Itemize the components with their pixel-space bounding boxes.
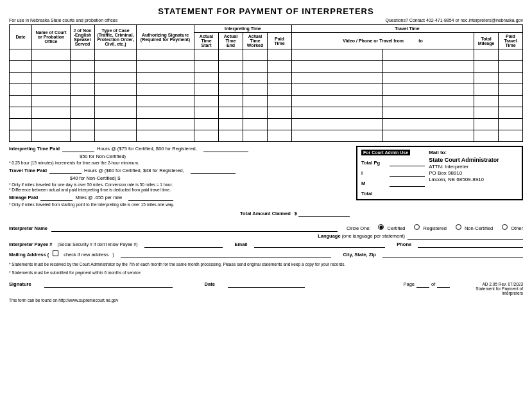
- m-field[interactable]: [390, 180, 425, 187]
- col-court: Name of Court or Probation Office: [32, 25, 71, 49]
- col-auth-sig: Authorizing Signature (Required for Paym…: [137, 25, 194, 49]
- note2: * Statements must be submitted for payme…: [9, 270, 523, 275]
- footer-url: This form can be found on http://www.sup…: [9, 298, 118, 302]
- mileage-dollar-field[interactable]: [128, 195, 173, 201]
- travel-dollar-field[interactable]: [191, 168, 236, 174]
- i-field[interactable]: [390, 170, 425, 177]
- city-field[interactable]: [382, 252, 523, 258]
- page-number[interactable]: [416, 281, 429, 288]
- page-label: Page: [404, 281, 415, 287]
- payee-field[interactable]: [144, 241, 223, 248]
- col-date: Date: [10, 25, 32, 49]
- interp-time-field[interactable]: [62, 146, 94, 152]
- sig-label: Signature: [9, 281, 31, 287]
- mailing-checkbox-label: check if new address: [64, 252, 108, 258]
- page-title: STATEMENT FOR PAYMENT OF INTERPRETERS: [9, 6, 523, 16]
- total-dollar: $: [295, 211, 297, 216]
- admin-attn: ATTN: Interpreter: [429, 164, 518, 170]
- certified-radio[interactable]: [378, 224, 384, 230]
- new-address-checkbox[interactable]: [53, 250, 58, 256]
- table-row: [10, 119, 523, 130]
- mileage-note: * Only if miles traveled from starting p…: [9, 202, 350, 207]
- interp-note: * 0.25 hour (15 minutes) increments for …: [9, 161, 350, 165]
- travel-time-field[interactable]: [49, 168, 82, 174]
- of-label: of: [431, 281, 435, 287]
- phone-field[interactable]: [418, 241, 523, 248]
- date-field[interactable]: [228, 281, 305, 288]
- col-actual-end: Actual Time End: [219, 33, 243, 49]
- mileage-field[interactable]: [40, 195, 73, 201]
- payee-sub: (Social Security # if don't know Payee #…: [58, 242, 138, 247]
- interp-name-field[interactable]: [51, 225, 338, 232]
- note1: * Statements must be received by the Cou…: [9, 262, 523, 267]
- travel-time-group: Travel Time: [292, 25, 523, 33]
- admin-addr1: PO Box 98910: [429, 170, 518, 176]
- email-field[interactable]: [254, 241, 386, 248]
- col-video-phone: Video / Phone or Travel from to: [292, 33, 474, 49]
- mailing-field[interactable]: [121, 252, 332, 258]
- mailing-close: ): [112, 252, 114, 258]
- form-number: AD 2.05 Rev. 07/2023: [476, 282, 523, 286]
- col-total-mileage: Total Mileage: [474, 33, 499, 49]
- interp-dollar-field[interactable]: [203, 146, 248, 152]
- total-admin-label: Total: [361, 191, 372, 197]
- certified-option[interactable]: Certified: [378, 224, 405, 231]
- table-row: [10, 130, 523, 142]
- header-left: For use in Nebraska State courts and pro…: [9, 18, 117, 22]
- col-type-case: Type of Case (Traffic, Criminal, Protect…: [95, 25, 137, 49]
- non-certified-option[interactable]: Non-Certified: [456, 224, 493, 231]
- form-title2: Interpreters: [476, 291, 523, 295]
- col-non-english: # of Non -English Speaker Served: [71, 25, 95, 49]
- header-right: Questions? Contact 402-471-8854 or nsc.i…: [385, 18, 523, 22]
- mail-to-label: Mail to:: [429, 150, 518, 155]
- email-label: Email: [234, 241, 247, 247]
- table-row: [10, 107, 523, 119]
- form-title1: Statement for Payment of: [476, 286, 523, 291]
- col-actual-start: Actual Time Start: [194, 33, 219, 49]
- interp-name-label: Interpreter Name: [9, 225, 47, 231]
- i-label: I: [361, 170, 387, 176]
- interp-time-rate2: $50 for Non-Certified): [80, 153, 126, 159]
- registered-option[interactable]: Registered: [414, 224, 446, 231]
- interp-time-label: Interpreting Time Paid: [9, 146, 60, 152]
- registered-radio[interactable]: [414, 224, 420, 230]
- table-row: [10, 84, 523, 96]
- mailing-label: Mailing Address (: [9, 252, 49, 258]
- m-label: M: [361, 180, 387, 186]
- city-label: City, State, Zip: [343, 252, 376, 258]
- mileage-label: Mileage Paid: [9, 195, 38, 200]
- language-sub: (one language per statement): [342, 233, 405, 240]
- other-radio[interactable]: [502, 224, 508, 230]
- table-row: [10, 49, 523, 61]
- circle-label: Circle One:: [347, 225, 371, 231]
- table-row: [10, 61, 523, 73]
- col-actual-worked: Actual Time Worked: [243, 33, 268, 49]
- total-field[interactable]: [298, 211, 350, 217]
- admin-addr2: Lincoln, NE 68509-8910: [429, 177, 518, 182]
- col-paid-time: Paid Time: [268, 33, 292, 49]
- table-row: [10, 73, 523, 84]
- total-label: Total Amount Claimed: [240, 211, 291, 216]
- non-certified-radio[interactable]: [456, 224, 461, 230]
- sig-field[interactable]: [44, 281, 173, 288]
- page-total[interactable]: [437, 281, 450, 288]
- total-pg-field[interactable]: [390, 160, 425, 166]
- travel-time-rate: Hours @ ($60 for Certified, $48 for Regi…: [84, 168, 184, 173]
- payee-label: Interpreter Payee #: [9, 241, 53, 247]
- travel-time-rate2: $40 for Non-Certified) $: [70, 175, 120, 181]
- language-field[interactable]: [408, 233, 523, 240]
- other-option[interactable]: Other: [502, 224, 523, 231]
- admin-box: For Court Admin Use Total Pg I M: [356, 146, 523, 200]
- main-table: Date Name of Court or Probation Office #…: [9, 24, 523, 142]
- travel-time-label: Travel Time Paid: [9, 168, 47, 173]
- mileage-text: Miles @ .655 per mile: [75, 195, 122, 200]
- interp-time-rate: Hours @ ($75 for Certified, $60 for Regi…: [97, 146, 197, 152]
- table-row: [10, 96, 523, 107]
- phone-label: Phone: [397, 241, 411, 247]
- date-label: Date: [205, 281, 215, 287]
- admin-title: State Court Administrator: [429, 157, 518, 163]
- travel-note2: * Difference between actual and paid int…: [9, 188, 350, 192]
- total-pg-label: Total Pg: [361, 160, 387, 166]
- col-paid-travel: Paid Travel Time: [499, 33, 523, 49]
- language-label: Language: [318, 233, 340, 240]
